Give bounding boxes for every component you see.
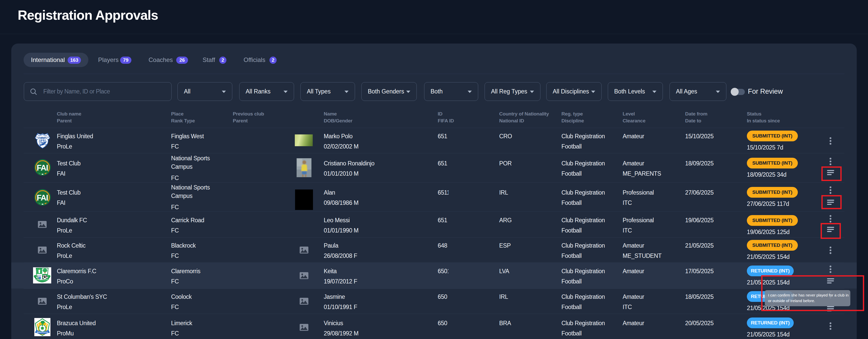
- svg-text:CLAREMORRIS A.F.C.: CLAREMORRIS A.F.C.: [35, 279, 49, 280]
- svg-text:20: 20: [39, 144, 41, 146]
- svg-text:UNITED: UNITED: [40, 334, 45, 335]
- svg-text:15: 15: [45, 144, 47, 146]
- svg-text:BRAZUCA: BRAZUCA: [37, 331, 48, 333]
- svg-text:FAI: FAI: [37, 163, 48, 172]
- svg-text:FAI: FAI: [37, 193, 48, 202]
- svg-text:FINGLAS UNITED: FINGLAS UNITED: [36, 136, 49, 138]
